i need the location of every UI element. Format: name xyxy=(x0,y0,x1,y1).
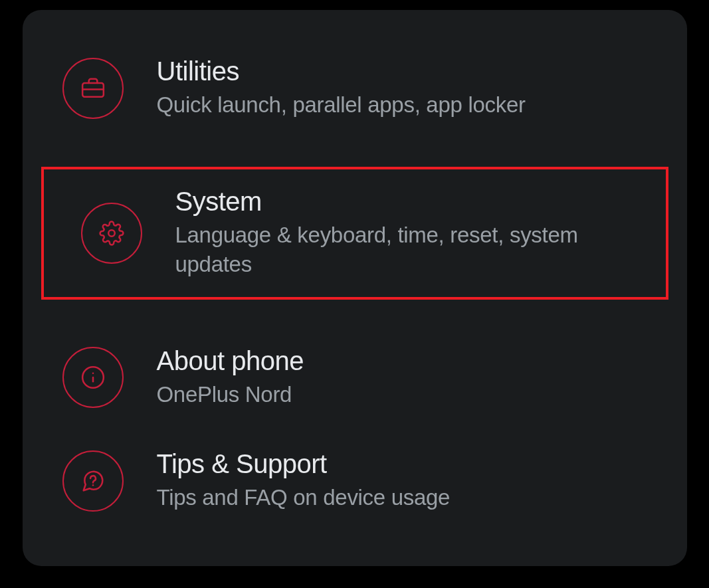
settings-item-text: About phone OnePlus Nord xyxy=(157,346,660,410)
help-icon xyxy=(62,450,124,512)
settings-item-utilities[interactable]: Utilities Quick launch, parallel apps, a… xyxy=(23,37,687,140)
settings-item-subtitle: OnePlus Nord xyxy=(157,380,660,410)
svg-point-2 xyxy=(108,230,115,237)
settings-item-about[interactable]: About phone OnePlus Nord xyxy=(23,326,687,430)
settings-item-title: About phone xyxy=(157,346,660,376)
settings-item-subtitle: Tips and FAQ on device usage xyxy=(157,483,660,513)
settings-item-title: Tips & Support xyxy=(157,449,660,479)
gear-icon xyxy=(81,203,142,264)
settings-item-subtitle: Quick launch, parallel apps, app locker xyxy=(157,90,660,120)
info-icon xyxy=(62,347,124,408)
settings-panel: Utilities Quick launch, parallel apps, a… xyxy=(23,10,687,566)
settings-item-title: System xyxy=(175,187,660,217)
settings-item-text: System Language & keyboard, time, reset,… xyxy=(175,187,660,280)
settings-item-tips[interactable]: Tips & Support Tips and FAQ on device us… xyxy=(23,429,687,533)
settings-item-system[interactable]: System Language & keyboard, time, reset,… xyxy=(41,167,668,300)
briefcase-icon xyxy=(62,58,124,119)
settings-item-title: Utilities xyxy=(157,56,660,86)
settings-item-text: Utilities Quick launch, parallel apps, a… xyxy=(157,56,660,120)
settings-item-text: Tips & Support Tips and FAQ on device us… xyxy=(157,449,660,513)
settings-item-subtitle: Language & keyboard, time, reset, system… xyxy=(175,221,660,280)
